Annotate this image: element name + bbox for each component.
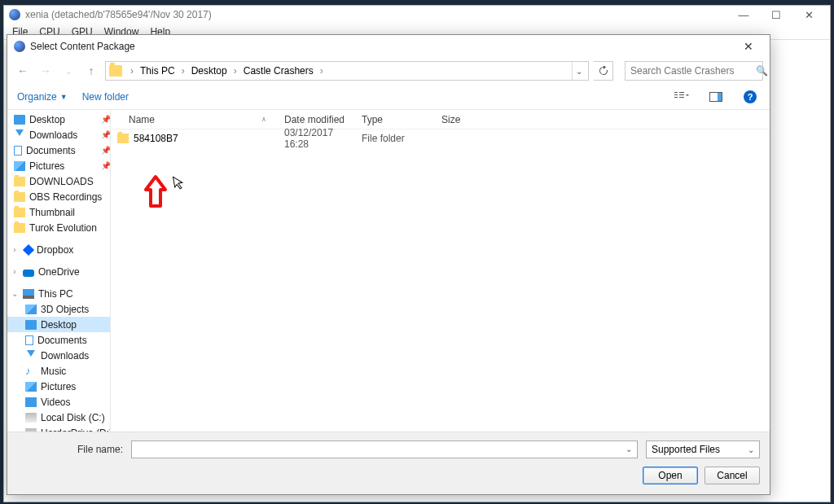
help-icon: ? xyxy=(744,90,757,103)
pin-icon: 📌 xyxy=(101,161,111,170)
tree-folder[interactable]: DOWNLOADS xyxy=(7,173,111,189)
tree-3dobjects[interactable]: 3D Objects xyxy=(7,301,111,317)
download-icon xyxy=(14,130,25,140)
pictures-icon xyxy=(14,161,25,171)
open-button[interactable]: Open xyxy=(643,467,698,484)
toolbar: Organize▼ New folder ? xyxy=(7,84,770,110)
svg-rect-4 xyxy=(679,94,684,95)
column-headers: Name∧ Date modified Type Size xyxy=(111,110,770,129)
tree-downloads-pc[interactable]: Downloads xyxy=(7,348,111,363)
tree-documents-pc[interactable]: Documents xyxy=(7,332,111,348)
new-folder-button[interactable]: New folder xyxy=(82,91,129,103)
file-row[interactable]: 584108B7 03/12/2017 16:28 File folder xyxy=(111,129,770,147)
svg-rect-1 xyxy=(674,94,678,95)
close-button[interactable]: ✕ xyxy=(792,7,825,23)
file-filter-dropdown[interactable]: Supported Files⌄ xyxy=(646,440,760,458)
navbar: ← → ⌄ ↑ › This PC › Desktop › Castle Cra… xyxy=(7,58,770,84)
folder-icon xyxy=(109,65,122,77)
sort-asc-icon: ∧ xyxy=(261,116,271,123)
col-date[interactable]: Date modified xyxy=(278,114,355,125)
dialog-close-button[interactable]: ✕ xyxy=(734,37,763,56)
filename-dropdown[interactable]: ⌄ xyxy=(622,443,635,455)
tree-thispc[interactable]: ⌄This PC xyxy=(7,286,111,301)
minimize-button[interactable]: — xyxy=(727,7,760,23)
chevron-right-icon[interactable]: › xyxy=(11,267,19,276)
tree-harder-drive[interactable]: HarderDrive (D:) xyxy=(7,425,111,432)
preview-pane-button[interactable] xyxy=(706,87,726,107)
chevron-right-icon[interactable]: › xyxy=(230,65,240,77)
chevron-down-icon[interactable]: ⌄ xyxy=(11,289,19,298)
dropbox-icon xyxy=(23,243,34,255)
col-name[interactable]: Name∧ xyxy=(111,114,278,125)
tree-music[interactable]: ♪Music xyxy=(7,363,111,379)
refresh-button[interactable] xyxy=(594,61,613,81)
breadcrumb-current[interactable]: Castle Crashers xyxy=(242,64,315,78)
organize-button[interactable]: Organize▼ xyxy=(17,91,68,103)
folder-icon xyxy=(14,223,25,233)
pin-icon: 📌 xyxy=(101,130,111,139)
file-date: 03/12/2017 16:28 xyxy=(278,127,355,150)
tree-local-disk[interactable]: Local Disk (C:) xyxy=(7,410,111,425)
maximize-button[interactable]: ☐ xyxy=(760,7,792,23)
chevron-right-icon[interactable]: › xyxy=(11,245,19,254)
tree-pictures-pc[interactable]: Pictures xyxy=(7,379,111,394)
nav-up-button[interactable]: ↑ xyxy=(82,62,100,80)
tree-desktop[interactable]: Desktop📌 xyxy=(7,112,111,127)
view-options-icon xyxy=(674,91,689,103)
svg-rect-7 xyxy=(718,93,722,101)
col-type[interactable]: Type xyxy=(355,114,435,125)
titlebar: xenia (detached/b'78565e94'/Nov 30 2017)… xyxy=(4,6,830,24)
folder-icon xyxy=(14,192,25,202)
svg-rect-3 xyxy=(679,92,684,93)
search-input[interactable] xyxy=(630,65,753,77)
onedrive-icon xyxy=(23,270,34,277)
folder-icon xyxy=(14,208,25,217)
breadcrumb[interactable]: › This PC › Desktop › Castle Crashers › … xyxy=(105,61,589,81)
search-box[interactable]: 🔍 xyxy=(625,61,763,81)
dialog-icon xyxy=(14,41,25,52)
search-icon[interactable]: 🔍 xyxy=(756,65,768,77)
tree-videos[interactable]: Videos xyxy=(7,394,111,410)
col-size[interactable]: Size xyxy=(435,114,500,125)
help-button[interactable]: ? xyxy=(740,87,760,107)
document-icon xyxy=(25,335,33,345)
tree-folder[interactable]: Turok Evolution xyxy=(7,220,111,235)
cancel-button[interactable]: Cancel xyxy=(705,467,760,484)
pin-icon: 📌 xyxy=(101,115,111,124)
file-type: File folder xyxy=(355,133,435,144)
tree-dropbox[interactable]: ›Dropbox xyxy=(7,242,111,257)
caret-down-icon: ⌄ xyxy=(748,445,754,454)
filename-input[interactable]: ⌄ xyxy=(131,440,638,458)
breadcrumb-desktop[interactable]: Desktop xyxy=(190,64,229,78)
tree-onedrive[interactable]: ›OneDrive xyxy=(7,264,111,279)
breadcrumb-dropdown[interactable]: ⌄ xyxy=(572,62,585,80)
nav-back-button[interactable]: ← xyxy=(14,62,32,80)
folder-icon xyxy=(14,177,25,186)
caret-down-icon: ▼ xyxy=(60,93,68,101)
pc-icon xyxy=(23,289,34,299)
dialog-body: Desktop📌 Downloads📌 Documents📌 Pictures📌… xyxy=(7,110,770,432)
disk-icon xyxy=(25,413,37,423)
nav-tree: Desktop📌 Downloads📌 Documents📌 Pictures📌… xyxy=(7,110,111,432)
chevron-right-icon[interactable]: › xyxy=(127,65,137,77)
pin-icon: 📌 xyxy=(101,146,111,155)
tree-folder[interactable]: OBS Recordings xyxy=(7,189,111,204)
nav-recent-dropdown[interactable]: ⌄ xyxy=(59,62,77,80)
view-options-button[interactable] xyxy=(672,87,691,107)
music-icon: ♪ xyxy=(25,366,37,376)
chevron-right-icon[interactable]: › xyxy=(317,65,327,77)
tree-folder[interactable]: Thumbnail xyxy=(7,204,111,220)
tree-downloads[interactable]: Downloads📌 xyxy=(7,127,111,142)
file-pane: Name∧ Date modified Type Size 584108B7 0… xyxy=(111,110,770,432)
folder-icon xyxy=(117,134,129,143)
tree-desktop-pc[interactable]: Desktop xyxy=(7,317,111,332)
breadcrumb-thispc[interactable]: This PC xyxy=(138,64,177,78)
chevron-right-icon[interactable]: › xyxy=(178,65,188,77)
dialog-titlebar: Select Content Package ✕ xyxy=(7,35,770,58)
tree-documents[interactable]: Documents📌 xyxy=(7,142,111,158)
nav-forward-button[interactable]: → xyxy=(37,62,55,80)
app-icon xyxy=(9,9,20,20)
svg-rect-0 xyxy=(674,92,678,93)
pictures-icon xyxy=(25,382,37,392)
tree-pictures[interactable]: Pictures📌 xyxy=(7,158,111,173)
